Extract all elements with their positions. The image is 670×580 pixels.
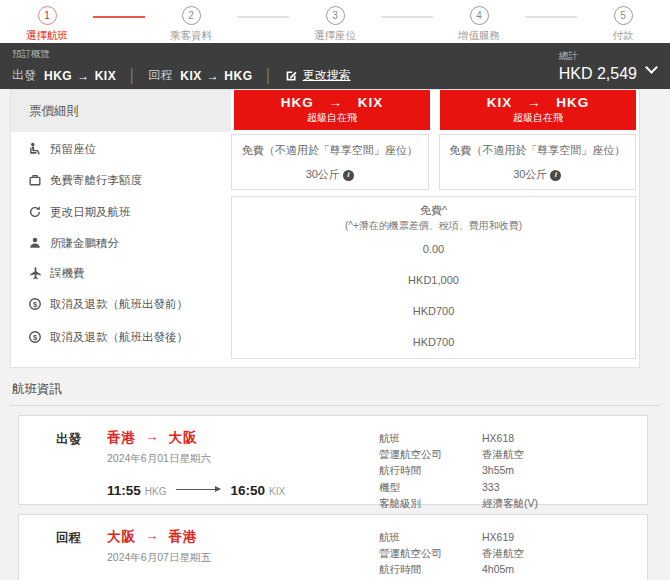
step-label: 付款 <box>613 29 634 43</box>
chevron-down-icon[interactable] <box>645 61 658 74</box>
seat-value: 免費（不適用於「尊享空間」座位） <box>440 135 636 162</box>
step-label: 選擇座位 <box>314 29 356 43</box>
divider: │ <box>265 68 273 83</box>
fare-row-label: 預留座位 <box>50 142 96 157</box>
step-number: 5 <box>614 6 633 25</box>
fare-row-baggage: 免費寄艙行李額度 <box>28 164 231 196</box>
step-label: 增值服務 <box>458 29 500 43</box>
return-to-code: HKG <box>224 69 252 83</box>
change-fee-note: (^+潛在的機票差價、稅項、費用和收費) <box>232 219 635 233</box>
fare-row-seat: 預留座位 <box>28 134 231 164</box>
svg-text:$: $ <box>33 333 38 342</box>
route-to-city: 香港 <box>169 528 198 546</box>
detail-row-cabin-class: 客艙級別 經濟客艙(V) <box>379 495 647 511</box>
return-label: 回程 <box>148 67 172 84</box>
detail-value: 經濟客艙(V) <box>482 495 538 511</box>
detail-row-duration: 航行時間 4h05m <box>379 561 647 577</box>
detail-row-operating-carrier: 營運航空公司 香港航空 <box>379 446 647 462</box>
arrival-airport-code: KIX <box>269 486 285 497</box>
info-icon[interactable]: i <box>343 170 354 181</box>
outbound-to: KIX <box>358 95 384 110</box>
detail-row-flight-number: 航班 HX619 <box>379 529 647 545</box>
refund-icon: $ <box>28 330 42 344</box>
step-number: 2 <box>182 6 201 25</box>
step-select-seat[interactable]: 3 選擇座位 <box>289 6 381 43</box>
change-fee-value: 免費^ (^+潛在的機票差價、稅項、費用和收費) <box>232 197 635 234</box>
step-passenger-info[interactable]: 2 乘客資料 <box>145 6 237 43</box>
detail-label: 航班 <box>379 430 482 446</box>
detail-label: 機型 <box>379 479 482 495</box>
departure-time: 11:55 <box>107 483 141 498</box>
step-payment[interactable]: 5 付款 <box>577 6 669 43</box>
member-icon <box>28 236 42 250</box>
return-flight-card: 回程 大阪 → 香港 2024年6月07日星期五 17:50 KIX 20:55… <box>18 514 648 580</box>
detail-row-duration: 航行時間 3h55m <box>379 462 647 478</box>
depart-from-code: HKG <box>44 69 72 83</box>
arrow-right-icon: → <box>527 95 542 110</box>
step-number: 3 <box>326 6 345 25</box>
detail-value: 香港航空 <box>482 545 524 561</box>
fare-row-cancel-before: $ 取消及退款（航班出發前） <box>28 288 231 320</box>
arrival-time: 16:50 <box>230 483 265 498</box>
step-select-flight[interactable]: 1 選擇航班 <box>1 6 93 43</box>
detail-value: 3h55m <box>482 462 514 478</box>
booking-summary-bar: 預訂概覽 出發 HKG → KIX │ 回程 KIX → HKG │ 更改搜索 … <box>0 43 670 89</box>
fare-row-label: 所賺金鵬積分 <box>50 236 119 251</box>
step-label: 乘客資料 <box>170 29 212 43</box>
change-search-link[interactable]: 更改搜索 <box>285 67 351 84</box>
refund-icon: $ <box>28 297 42 311</box>
step-number: 1 <box>38 6 57 25</box>
flight-date: 2024年6月07日星期五 <box>107 551 379 565</box>
baggage-icon <box>28 173 42 187</box>
return-from: KIX <box>487 95 513 110</box>
cancel-after-value: HKD700 <box>232 327 635 358</box>
arrow-right-icon: → <box>145 528 160 546</box>
return-to: HKG <box>556 95 589 110</box>
booking-stepper: 1 選擇航班 2 乘客資料 3 選擇座位 4 增值服務 5 付款 <box>0 0 670 43</box>
direction-label: 出發 <box>19 429 107 504</box>
fare-values-outbound: 免費（不適用於「尊享空間」座位） 30公斤i <box>231 134 429 190</box>
fare-values-shared: 免費^ (^+潛在的機票差價、稅項、費用和收費) 0.00 HKD1,000 H… <box>231 196 636 359</box>
departure-airport-code: HKG <box>145 486 167 497</box>
flight-details-list: 航班 HX619 營運航空公司 香港航空 航行時間 4h05m 機型 333 客… <box>379 528 647 580</box>
step-extras[interactable]: 4 增值服務 <box>433 6 525 43</box>
seat-value: 免費（不適用於「尊享空間」座位） <box>232 135 428 162</box>
detail-value: 4h05m <box>482 561 514 577</box>
flight-details-list: 航班 HX618 營運航空公司 香港航空 航行時間 3h55m 機型 333 客… <box>379 429 647 504</box>
return-from-code: KIX <box>180 69 202 83</box>
step-label: 選擇航班 <box>26 29 68 43</box>
direction-label: 回程 <box>19 528 107 580</box>
fare-row-label: 免費寄艙行李額度 <box>50 173 142 188</box>
route-from-city: 香港 <box>107 429 136 447</box>
cancel-before-value: HKD700 <box>232 296 635 327</box>
detail-value: 香港航空 <box>482 446 524 462</box>
change-search-label: 更改搜索 <box>303 67 351 84</box>
detail-label: 航行時間 <box>379 561 482 577</box>
depart-to-code: KIX <box>95 69 117 83</box>
detail-label: 航行時間 <box>379 462 482 478</box>
arrow-right-icon: → <box>207 69 220 83</box>
depart-label: 出發 <box>12 67 36 84</box>
detail-label: 客艙級別 <box>379 495 482 511</box>
route-to-city: 大阪 <box>169 429 198 447</box>
flight-arrow-icon <box>176 489 220 490</box>
fare-row-cancel-after: $ 取消及退款（航班出發後） <box>28 320 231 354</box>
fare-column-outbound: HKG → KIX 超級自在飛 <box>234 90 430 130</box>
fare-row-label: 取消及退款（航班出發前） <box>50 297 188 312</box>
refresh-icon <box>28 205 42 219</box>
change-fee: 免費^ <box>232 203 635 218</box>
total-label: 總計 <box>559 50 578 63</box>
fare-details-panel: 票價細則 HKG → KIX 超級自在飛 KIX → HKG 超級自在飛 <box>10 89 640 368</box>
fare-table-title: 票價細則 <box>11 90 231 132</box>
info-icon[interactable]: i <box>550 170 561 181</box>
fare-column-return: KIX → HKG 超級自在飛 <box>440 90 636 130</box>
fare-row-label: 更改日期及航班 <box>50 205 131 220</box>
total-summary-toggle[interactable]: 總計 HKD 2,549 <box>559 48 656 84</box>
arrow-right-icon: → <box>77 69 90 83</box>
svg-text:$: $ <box>33 300 38 309</box>
total-value: HKD 2,549 <box>559 65 637 83</box>
fare-row-label: 取消及退款（航班出發後） <box>50 330 188 345</box>
arrow-right-icon: → <box>328 95 343 110</box>
flight-date: 2024年6月01日星期六 <box>107 452 379 466</box>
airplane-icon <box>28 266 42 280</box>
